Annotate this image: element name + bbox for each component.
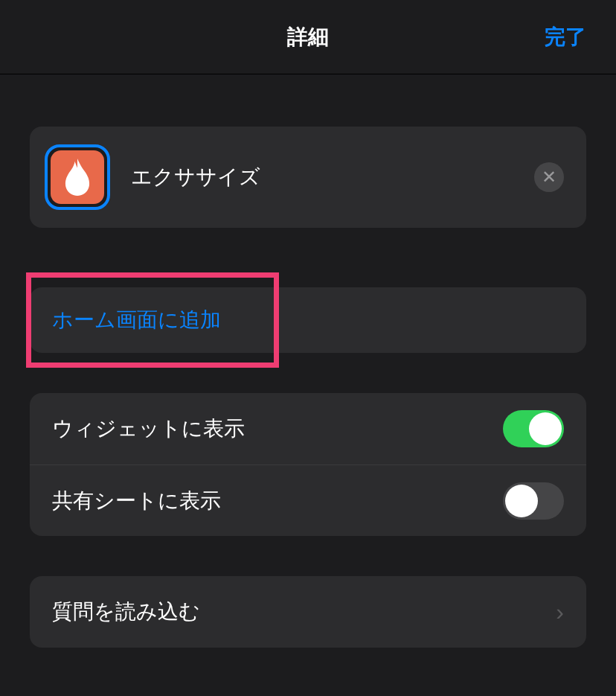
flame-icon (61, 159, 94, 196)
add-to-home-wrapper: ホーム画面に追加 (30, 287, 586, 353)
widget-toggle[interactable] (503, 410, 564, 447)
close-icon: ✕ (542, 168, 556, 186)
shortcut-icon-button[interactable] (45, 144, 110, 210)
widget-setting-row: ウィジェットに表示 (30, 393, 586, 464)
share-sheet-toggle[interactable] (503, 482, 564, 520)
import-questions-label: 質問を読み込む (52, 598, 200, 626)
shortcut-icon (51, 150, 104, 204)
share-sheet-label: 共有シートに表示 (52, 487, 221, 515)
add-to-home-button[interactable]: ホーム画面に追加 (30, 287, 586, 353)
done-button[interactable]: 完了 (545, 23, 586, 51)
header: 詳細 完了 (0, 0, 616, 74)
add-to-home-label: ホーム画面に追加 (52, 306, 221, 334)
content: エクササイズ ✕ ホーム画面に追加 ウィジェットに表示 共有シートに表示 質問を… (0, 74, 616, 648)
shortcut-name-row: エクササイズ ✕ (30, 127, 586, 228)
share-sheet-setting-row: 共有シートに表示 (30, 464, 586, 536)
page-title: 詳細 (287, 23, 329, 51)
import-questions-button[interactable]: 質問を読み込む › (30, 576, 586, 648)
chevron-right-icon: › (556, 598, 564, 626)
clear-button[interactable]: ✕ (534, 162, 564, 192)
toggle-knob (505, 485, 538, 517)
toggle-knob (529, 412, 562, 445)
widget-label: ウィジェットに表示 (52, 415, 245, 443)
display-settings-group: ウィジェットに表示 共有シートに表示 (30, 393, 586, 536)
shortcut-name-input[interactable]: エクササイズ (131, 163, 534, 191)
